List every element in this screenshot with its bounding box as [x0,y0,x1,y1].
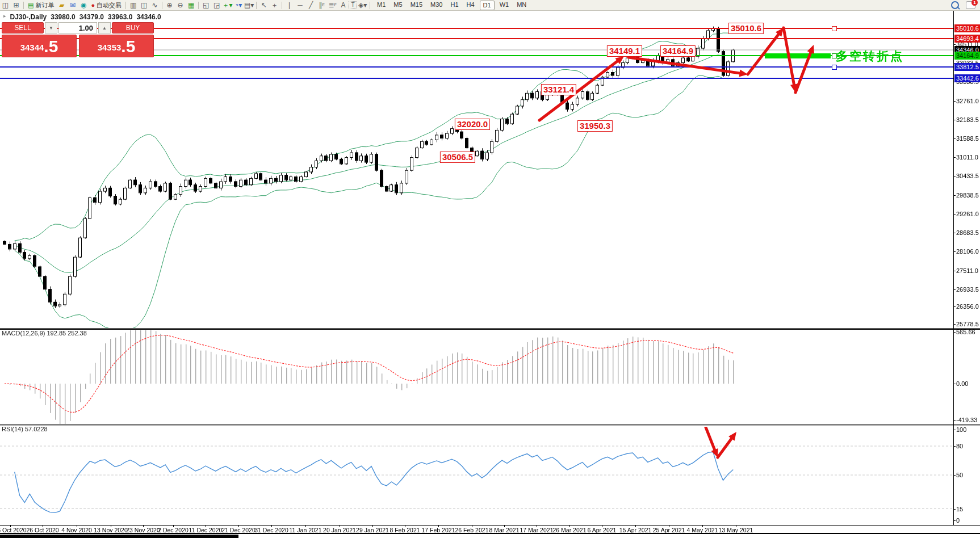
candle-chart-type-icon[interactable]: ◫ [139,1,149,10]
price-tick: 29261.0 [956,211,979,217]
timeframe-M1[interactable]: M1 [374,1,388,9]
symbol-period-title: DJ30-,Daily [10,13,47,21]
text-label-icon[interactable]: T [349,1,357,9]
separator [23,2,24,9]
zoom-out-icon[interactable]: ⊖ [175,1,186,10]
price-annotation[interactable]: 32020.0 [455,119,490,130]
indicator-axis-tick: 565.66 [956,329,975,335]
price-axis-box: 33442.6 [954,74,980,82]
bull-bear-turning-point-note[interactable]: 多空转折点 [836,48,904,64]
cursor-icon[interactable]: ↖ [258,1,269,10]
date-label: 13 Nov 2020 [94,527,128,533]
ohlc-open: 33980.0 [51,13,75,21]
text-tool-icon[interactable]: A [338,1,349,10]
price-annotation[interactable]: 35010.6 [728,23,764,34]
price-tick: 28683.5 [956,229,979,236]
timeframe-MN[interactable]: MN [514,1,529,9]
price-axis-box: 34164.9 [954,52,980,60]
price-tick: 27511.0 [956,267,978,274]
price-axis-box: 35010.6 [954,24,980,32]
timeframe-H1[interactable]: H1 [447,1,461,9]
date-label: 26 Feb 2021 [455,527,489,533]
indicator-window-icon[interactable]: ◱ [200,1,211,10]
price-annotation[interactable]: 34164.9 [660,45,696,57]
horizontal-line-icon[interactable]: ─ [295,1,305,10]
price-tick: 25778.5 [956,321,979,327]
gold-bar-icon[interactable]: ▰ [56,1,67,10]
add-indicator-icon[interactable]: ＋▾ [222,1,233,10]
sell-price-button[interactable]: 34344 .5 [2,35,77,57]
tile-windows-icon[interactable]: ▦ [186,1,196,10]
buy-price-button[interactable]: 34353 .5 [79,35,154,57]
date-label: 16 Oct 2020 [0,527,27,533]
bar-chart-type-icon[interactable]: ▥ [128,1,139,10]
crosshair-icon[interactable]: ＋ [269,1,280,10]
date-label: 11 Dec 2020 [189,527,223,533]
date-label: 6 Apr 2021 [588,527,617,533]
new-order-label: 新订单 [35,1,54,10]
date-label: 17 Feb 2021 [422,527,455,533]
chart-canvas[interactable] [0,0,980,538]
vertical-line-icon[interactable]: | [284,1,295,10]
new-order-icon: ▤ [28,2,33,9]
volume-decrease-button[interactable]: ▼ [45,22,57,33]
search-icon[interactable] [951,1,959,9]
timeframe-W1[interactable]: W1 [497,1,512,9]
date-label: 15 Apr 2021 [619,527,652,533]
price-tick: 28106.0 [956,248,979,255]
chart-template-icon[interactable]: ▤▾ [244,1,254,10]
new-order-button[interactable]: ▤ 新订单 [26,1,56,10]
buy-button[interactable]: BUY [112,22,154,33]
separator [198,2,199,9]
volume-increase-button[interactable]: ▲ [98,22,111,33]
signal-icon[interactable]: ◉ [78,1,89,10]
indicator-window2-icon[interactable]: ◲ [211,1,222,10]
auto-trading-icon: ● [91,2,95,9]
arrows-tool-icon[interactable]: ◈▾ [357,1,368,10]
date-label: 29 Jan 2021 [356,527,389,533]
timeframe-M5[interactable]: M5 [391,1,405,9]
mail-icon[interactable]: ✉ [67,1,78,10]
price-annotation[interactable]: 31950.3 [577,120,613,132]
date-label: 4 May 2021 [687,527,718,533]
one-click-trading-panel: SELL ▼ 1.00 ▲ BUY 34344 .5 34353 .5 [2,22,154,57]
timeframe-H4[interactable]: H4 [464,1,478,9]
indicator-axis-tick: 15 [956,506,963,512]
separator [282,2,282,9]
price-annotation[interactable]: 34149.1 [607,45,642,57]
main-toolbar: ◫ ⊞ ▤ 新订单 ▰ ✉ ◉ ● 自动交易 ▥ ◫ ∿ ⊕ ⊖ ▦ ◱ ◲ ＋… [0,0,980,11]
price-axis-box: 34693.4 [954,35,980,43]
timeframe-bar: M1M5M15M30H1H4D1W1MN [374,1,529,10]
indicator-axis-tick: -419.33 [956,417,977,423]
volume-input[interactable]: 1.00 [58,22,97,33]
notifications-icon[interactable]: 1 [966,1,975,9]
date-label: 2 Dec 2020 [158,527,189,533]
line-chart-type-icon[interactable]: ∿ [149,1,160,10]
separator [162,2,162,9]
sell-price-main: 34344 [20,40,44,55]
date-label: 23 Nov 2020 [126,527,160,533]
fibonacci-icon[interactable]: ≣F [327,1,338,10]
buy-price-pips: .5 [121,38,135,55]
macd-label: MACD(12,26,9) 192.85 252.38 [2,330,87,337]
buy-price-main: 34353 [98,40,122,55]
date-label: 26 Mar 2021 [553,527,587,533]
chart-window-icon[interactable]: ◫ [0,1,11,10]
period-clock-icon[interactable]: ◔▾ [233,1,244,10]
date-label: 11 Jan 2021 [289,527,321,533]
date-label: 26 Oct 2020 [26,527,58,533]
trendline-icon[interactable]: ╱ [305,1,316,10]
sell-button[interactable]: SELL [2,22,44,33]
ohlc-close: 34346.0 [136,13,161,21]
price-annotation[interactable]: 33121.4 [541,84,576,95]
separator [370,2,370,9]
zoom-in-icon[interactable]: ⊕ [164,1,175,10]
price-annotation[interactable]: 30506.5 [440,152,475,163]
equidistant-channel-icon[interactable]: ∥E [316,1,327,10]
timeframe-M15[interactable]: M15 [408,1,425,9]
timeframe-M30[interactable]: M30 [428,1,445,9]
auto-trading-button[interactable]: ● 自动交易 [89,1,124,10]
date-label: 8 Mar 2021 [489,527,519,533]
timeframe-D1[interactable]: D1 [480,1,495,10]
market-watch-icon[interactable]: ⊞ [11,1,22,10]
